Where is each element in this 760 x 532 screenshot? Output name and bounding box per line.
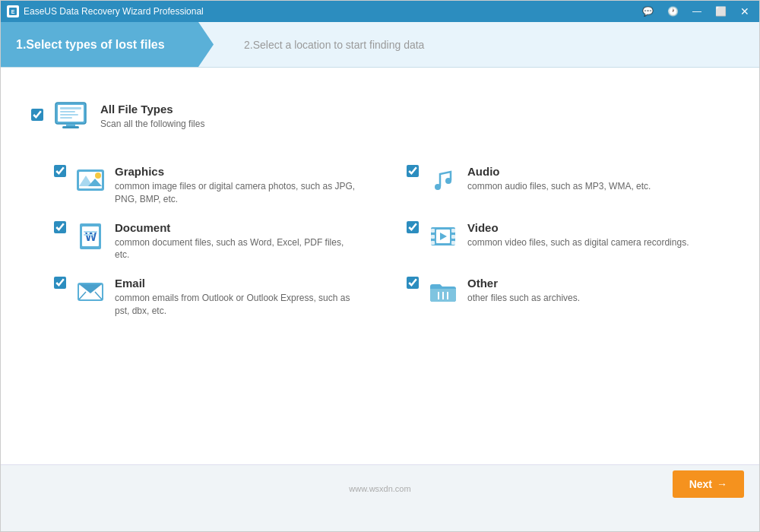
graphics-info: Graphics common image files or digital c… xyxy=(115,165,358,206)
step-1-label: 1.Select types of lost files xyxy=(16,38,165,52)
svg-rect-9 xyxy=(60,117,72,119)
all-file-types-section: All File Types Scan all the following fi… xyxy=(31,90,729,142)
document-icon: W xyxy=(75,221,106,252)
file-types-grid: Graphics common image files or digital c… xyxy=(54,165,729,318)
close-button[interactable]: ✕ xyxy=(736,4,753,19)
video-title: Video xyxy=(467,221,689,234)
step-2: 2.Select a location to start finding dat… xyxy=(214,22,759,67)
svg-rect-24 xyxy=(431,235,435,239)
list-item: Graphics common image files or digital c… xyxy=(54,165,376,206)
email-desc: common emails from Outlook or Outlook Ex… xyxy=(115,292,358,318)
svg-rect-20 xyxy=(84,231,97,233)
graphics-title: Graphics xyxy=(115,165,358,178)
minimize-button[interactable]: — xyxy=(689,5,705,18)
document-desc: common document files, such as Word, Exc… xyxy=(115,236,358,262)
audio-title: Audio xyxy=(467,165,651,178)
wizard-steps: 1.Select types of lost files 2.Select a … xyxy=(1,22,759,68)
email-info: Email common emails from Outlook or Outl… xyxy=(115,277,358,318)
svg-rect-23 xyxy=(431,229,435,233)
svg-rect-28 xyxy=(451,241,455,245)
list-item: W Document common document files, such a… xyxy=(54,221,376,262)
svg-rect-21 xyxy=(84,234,94,236)
other-icon xyxy=(428,277,458,307)
step-1: 1.Select types of lost files xyxy=(1,22,214,67)
svg-rect-26 xyxy=(451,229,455,233)
next-button[interactable]: Next → xyxy=(673,470,744,498)
title-bar-left: E EaseUS Data Recovery Wizard Profession… xyxy=(7,5,204,17)
history-icon[interactable]: 🕐 xyxy=(663,5,682,18)
next-button-label: Next xyxy=(689,478,712,490)
svg-point-15 xyxy=(435,184,441,190)
other-desc: other files such as archives. xyxy=(467,292,580,305)
svg-point-14 xyxy=(95,173,101,179)
svg-rect-6 xyxy=(60,107,81,109)
audio-info: Audio common audio files, such as MP3, W… xyxy=(467,165,651,193)
main-content: All File Types Scan all the following fi… xyxy=(1,68,759,502)
step-2-label: 2.Select a location to start finding dat… xyxy=(244,39,424,51)
graphics-checkbox-wrap[interactable] xyxy=(54,165,66,180)
list-item: Video common video files, such as digita… xyxy=(407,221,729,262)
app-icon: E xyxy=(7,5,19,17)
audio-icon xyxy=(428,165,458,195)
app-title: EaseUS Data Recovery Wizard Professional xyxy=(24,6,204,17)
all-file-types-checkbox-wrap[interactable] xyxy=(31,109,43,124)
list-item: Email common emails from Outlook or Outl… xyxy=(54,277,376,318)
video-desc: common video files, such as digital came… xyxy=(467,236,689,249)
svg-rect-25 xyxy=(431,241,435,245)
svg-rect-27 xyxy=(451,235,455,239)
all-file-types-title: All File Types xyxy=(100,103,204,116)
message-icon[interactable]: 💬 xyxy=(638,5,657,18)
svg-text:E: E xyxy=(11,9,15,14)
bottom-bar: Next → xyxy=(1,464,759,502)
document-checkbox-wrap[interactable] xyxy=(54,221,66,236)
graphics-icon xyxy=(75,165,106,195)
svg-rect-5 xyxy=(62,126,79,128)
email-title: Email xyxy=(115,277,358,290)
title-bar-controls[interactable]: 💬 🕐 — ⬜ ✕ xyxy=(638,4,753,19)
email-icon xyxy=(75,277,106,307)
all-file-types-desc: Scan all the following files xyxy=(100,118,204,131)
other-checkbox-wrap[interactable] xyxy=(407,277,419,292)
svg-rect-8 xyxy=(60,114,78,116)
graphics-checkbox[interactable] xyxy=(54,165,66,177)
video-checkbox-wrap[interactable] xyxy=(407,221,419,236)
document-checkbox[interactable] xyxy=(54,221,66,233)
other-checkbox[interactable] xyxy=(407,277,419,289)
maximize-button[interactable]: ⬜ xyxy=(711,5,730,18)
audio-checkbox-wrap[interactable] xyxy=(407,165,419,180)
list-item: Audio common audio files, such as MP3, W… xyxy=(407,165,729,206)
video-info: Video common video files, such as digita… xyxy=(467,221,689,249)
audio-checkbox[interactable] xyxy=(407,165,419,177)
other-title: Other xyxy=(467,277,580,290)
next-arrow-icon: → xyxy=(717,478,727,490)
svg-point-16 xyxy=(445,178,451,184)
graphics-desc: common image files or digital camera pho… xyxy=(115,180,358,206)
svg-rect-7 xyxy=(60,111,75,112)
all-file-types-info: All File Types Scan all the following fi… xyxy=(100,103,204,131)
audio-desc: common audio files, such as MP3, WMA, et… xyxy=(467,180,651,193)
video-checkbox[interactable] xyxy=(407,221,419,233)
email-checkbox-wrap[interactable] xyxy=(54,277,66,292)
document-title: Document xyxy=(115,221,358,234)
email-checkbox[interactable] xyxy=(54,277,66,289)
document-info: Document common document files, such as … xyxy=(115,221,358,262)
all-file-types-checkbox[interactable] xyxy=(31,109,43,121)
all-file-types-icon xyxy=(52,98,89,135)
other-info: Other other files such as archives. xyxy=(467,277,580,305)
list-item: Other other files such as archives. xyxy=(407,277,729,318)
video-icon xyxy=(428,221,458,252)
title-bar: E EaseUS Data Recovery Wizard Profession… xyxy=(1,1,759,22)
watermark: www.wsxdn.com xyxy=(349,484,410,493)
